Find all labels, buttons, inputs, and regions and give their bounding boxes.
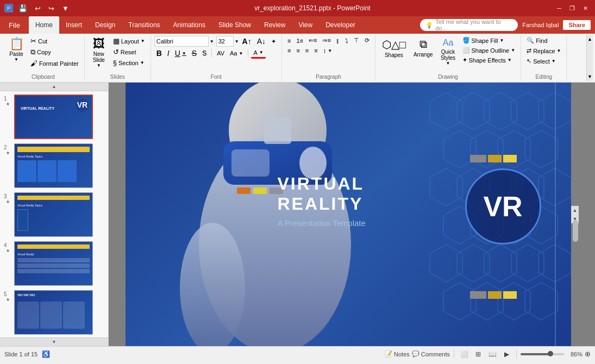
- ribbon-scroll-up[interactable]: ▲: [586, 35, 594, 43]
- slideshow-button[interactable]: ▶: [500, 348, 512, 360]
- strikethrough-button[interactable]: S: [190, 48, 199, 59]
- notes-button[interactable]: 📝 Notes: [385, 350, 410, 357]
- align-right-button[interactable]: ≡: [303, 46, 311, 55]
- ribbon-scroll[interactable]: ▲ ▼: [586, 35, 593, 81]
- tab-developer[interactable]: Developer: [319, 16, 362, 34]
- customize-quick-access-button[interactable]: ▼: [60, 4, 71, 12]
- close-button[interactable]: ✕: [580, 3, 591, 14]
- redo-button[interactable]: ↪: [46, 4, 57, 12]
- underline-button[interactable]: U ▼: [173, 48, 189, 59]
- slide-thumb-5[interactable]: 5 ★ VR1 VR2 VR3: [2, 289, 106, 336]
- zoom-handle[interactable]: [548, 351, 553, 356]
- font-name-input[interactable]: [154, 36, 209, 47]
- reading-view-button[interactable]: 📖: [486, 348, 498, 360]
- quick-styles-button[interactable]: Aa QuickStyles ▼: [437, 36, 459, 68]
- font-size-dropdown[interactable]: ▼: [235, 39, 239, 44]
- increase-indent-button[interactable]: ⇒≡: [320, 36, 333, 45]
- numbering-button[interactable]: 1≡: [294, 36, 305, 45]
- font-name-dropdown[interactable]: ▼: [210, 39, 214, 44]
- slide-title-area[interactable]: VIRTUAL REALITY A Presentation Template: [278, 174, 441, 228]
- line-spacing-button[interactable]: ↕ ▼: [321, 46, 334, 55]
- arrange-button[interactable]: ⧉ Arrange: [410, 36, 436, 60]
- layout-button[interactable]: ▦ Layout ▼: [111, 36, 147, 46]
- text-direction-button[interactable]: ⤵: [343, 36, 350, 45]
- replace-button[interactable]: ⇄ Replace ▼: [524, 46, 563, 55]
- columns-button[interactable]: ⫿: [334, 36, 342, 45]
- tab-animations[interactable]: Animations: [167, 16, 212, 34]
- slide-thumb-1[interactable]: 1 ★ VIRTUAL REALITY VR: [2, 93, 106, 140]
- new-slide-button[interactable]: 🖼 NewSlide ▼: [88, 36, 110, 70]
- align-left-button[interactable]: ≡: [285, 46, 293, 55]
- slide-thumb-3[interactable]: 3 ★ Virtual Reality Topics: [2, 191, 106, 238]
- section-button[interactable]: § Section ▼: [111, 58, 147, 68]
- cut-button[interactable]: ✂ Cut: [28, 36, 81, 46]
- undo-button[interactable]: ↩: [33, 4, 43, 12]
- new-slide-dropdown-arrow[interactable]: ▼: [97, 63, 101, 68]
- tab-slide-show[interactable]: Slide Show: [212, 16, 258, 34]
- align-text-button[interactable]: ⊤: [352, 36, 361, 45]
- increase-font-button[interactable]: A↑: [240, 36, 254, 47]
- align-center-button[interactable]: ≡: [294, 46, 302, 55]
- paste-dropdown-arrow[interactable]: ▼: [14, 57, 18, 62]
- minimize-button[interactable]: ─: [554, 3, 565, 14]
- slide-sorter-button[interactable]: ⊞: [472, 348, 484, 360]
- shape-fill-button[interactable]: 🪣 Shape Fill ▼: [460, 36, 518, 45]
- font-size-input[interactable]: [216, 36, 234, 47]
- tab-home[interactable]: Home: [29, 16, 59, 34]
- slide-canvas[interactable]: VIRTUAL REALITY A Presentation Template …: [109, 83, 595, 346]
- decrease-indent-button[interactable]: ⇐≡: [306, 36, 319, 45]
- shadow-button[interactable]: S: [200, 48, 209, 58]
- drawing-content: ⬡△□ Shapes ⧉ Arrange Aa QuickStyles ▼ 🪣 …: [379, 36, 517, 73]
- file-menu[interactable]: File: [0, 16, 29, 34]
- find-button[interactable]: 🔍 Find: [524, 36, 549, 45]
- tab-design[interactable]: Design: [89, 16, 122, 34]
- share-button[interactable]: Share: [563, 20, 591, 30]
- canvas-scroll-up-button[interactable]: ▲: [573, 206, 578, 215]
- slide-thumb-4[interactable]: 4 ★ Virtual Reality: [2, 240, 106, 287]
- canvas-scroll-thumb[interactable]: [573, 220, 578, 242]
- tab-insert[interactable]: Insert: [59, 16, 89, 34]
- italic-button[interactable]: I: [165, 48, 172, 59]
- slide-panel-scroll-up[interactable]: ▲: [0, 83, 109, 91]
- save-button[interactable]: 💾: [16, 4, 29, 12]
- shape-outline-button[interactable]: ⬜ Shape Outline ▼: [460, 46, 518, 55]
- slide-panel-scroll-down[interactable]: ▼: [0, 337, 109, 346]
- select-button[interactable]: ↖ Select ▼: [524, 57, 558, 66]
- format-painter-button[interactable]: 🖌 Format Painter: [28, 58, 81, 68]
- slide-thumbnail-4[interactable]: Virtual Reality: [14, 241, 93, 286]
- slide-thumbnail-1[interactable]: VIRTUAL REALITY VR: [14, 95, 93, 139]
- comments-button[interactable]: 💬 Comments: [412, 350, 450, 357]
- slide-thumb-2[interactable]: 2 ★ Virtual Reality Topics: [2, 142, 106, 189]
- ribbon-scroll-down[interactable]: ▼: [586, 72, 594, 81]
- tab-transitions[interactable]: Transitions: [122, 16, 166, 34]
- paste-button[interactable]: 📋 Paste ▼: [5, 36, 27, 64]
- char-spacing-button[interactable]: AV: [215, 49, 227, 58]
- slide-main[interactable]: VIRTUAL REALITY A Presentation Template …: [126, 83, 571, 346]
- tab-view[interactable]: View: [292, 16, 319, 34]
- clipboard-group: 📋 Paste ▼ ✂ Cut ⧉ Copy 🖌 Format Painter: [2, 35, 85, 81]
- shape-effects-button[interactable]: ✦ Shape Effects ▼: [460, 55, 518, 65]
- font-color-button[interactable]: A ▼: [251, 48, 265, 59]
- change-case-button[interactable]: Aa ▼: [228, 49, 245, 58]
- convert-to-smartart-button[interactable]: ⟳: [362, 36, 372, 45]
- bullets-button[interactable]: ≡: [285, 36, 293, 45]
- user-account-button[interactable]: Farshad Iqbal: [522, 22, 559, 28]
- slide-thumbnail-3[interactable]: Virtual Reality Topics: [14, 192, 93, 237]
- tab-review[interactable]: Review: [258, 16, 292, 34]
- justify-button[interactable]: ≡: [312, 46, 320, 55]
- restore-button[interactable]: ❐: [567, 3, 578, 14]
- slide-thumbnail-5[interactable]: VR1 VR2 VR3: [14, 290, 93, 335]
- tell-me-box[interactable]: 💡 Tell me what you want to do...: [420, 19, 518, 31]
- slide-thumbnail-2[interactable]: Virtual Reality Topics: [14, 143, 93, 188]
- bold-button[interactable]: B: [154, 48, 164, 59]
- decrease-font-button[interactable]: A↓: [255, 36, 268, 47]
- shapes-button[interactable]: ⬡△□ Shapes: [379, 36, 409, 60]
- fit-slide-button[interactable]: ⊕: [585, 350, 591, 358]
- normal-view-button[interactable]: ⬜: [458, 348, 470, 360]
- ribbon: 📋 Paste ▼ ✂ Cut ⧉ Copy 🖌 Format Painter: [0, 34, 595, 83]
- copy-button[interactable]: ⧉ Copy: [28, 47, 81, 58]
- canvas-scrollbar[interactable]: ▲ ▼: [571, 206, 579, 223]
- zoom-slider[interactable]: [521, 353, 564, 355]
- clear-format-button[interactable]: ✦: [269, 37, 278, 46]
- reset-button[interactable]: ↺ Reset: [111, 47, 147, 57]
